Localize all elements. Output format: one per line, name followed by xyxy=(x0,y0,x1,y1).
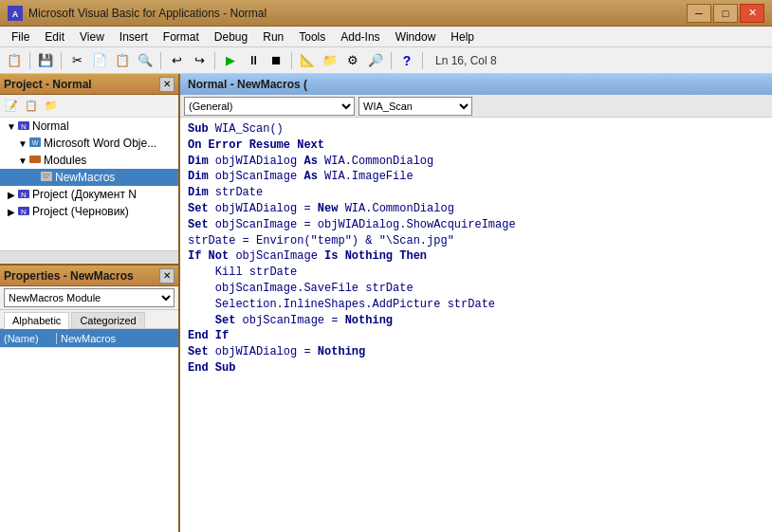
icon-proj-draft: N xyxy=(17,204,30,219)
tb-design[interactable]: 📐 xyxy=(297,50,318,71)
tree-item-newmacros[interactable]: NewMacros xyxy=(0,169,178,186)
svg-text:N: N xyxy=(21,208,27,216)
properties-title: Properties - NewMacros xyxy=(4,269,134,283)
tab-categorized[interactable]: Categorized xyxy=(71,312,144,328)
tb-properties[interactable]: ⚙ xyxy=(342,50,363,71)
project-title: Project - Normal xyxy=(4,78,92,91)
menu-edit[interactable]: Edit xyxy=(37,27,72,46)
code-line-11: Selection.InlineShapes.AddPicture strDat… xyxy=(188,297,764,313)
tb-paste[interactable]: 📋 xyxy=(112,50,133,71)
code-line-8: If Not objScanImage Is Nothing Then xyxy=(188,248,764,265)
code-line-15: End Sub xyxy=(188,360,764,376)
code-line-5: Set objWIADialog = New WIA.CommonDialog xyxy=(188,201,764,217)
code-header-title: Normal - NewMacros ( xyxy=(188,78,307,91)
menu-window[interactable]: Window xyxy=(388,27,444,46)
expand-newmacros xyxy=(28,173,40,183)
expand-proj-draft[interactable]: ▶ xyxy=(6,207,17,217)
project-scrollbar[interactable] xyxy=(0,250,178,264)
properties-object-select[interactable]: NewMacros Module xyxy=(4,288,175,307)
tb-project[interactable]: 📁 xyxy=(320,50,340,71)
menu-insert[interactable]: Insert xyxy=(112,27,156,46)
tree-item-normal[interactable]: ▼ N Normal xyxy=(0,118,178,135)
menu-tools[interactable]: Tools xyxy=(291,27,333,46)
tb-undo[interactable]: ↩ xyxy=(166,50,187,71)
tb-run[interactable]: ▶ xyxy=(220,50,241,71)
code-editor[interactable]: Sub WIA_Scan() On Error Resume Next Dim … xyxy=(180,118,772,532)
svg-text:W: W xyxy=(32,139,39,146)
sep2 xyxy=(61,52,62,69)
tb-find[interactable]: 🔍 xyxy=(135,50,156,71)
project-header: Project - Normal ✕ xyxy=(0,74,178,95)
label-proj-doc: Project (Документ N xyxy=(32,188,137,201)
tb-reset[interactable]: ⏹ xyxy=(266,50,286,71)
menu-help[interactable]: Help xyxy=(443,27,482,46)
menu-run[interactable]: Run xyxy=(255,27,291,46)
icon-proj-doc: N xyxy=(17,187,30,202)
main-area: Project - Normal ✕ 📝 📋 📁 ▼ N Normal xyxy=(0,74,772,532)
code-line-9: Kill strDate xyxy=(188,265,764,281)
expand-msword[interactable]: ▼ xyxy=(17,138,28,149)
properties-close[interactable]: ✕ xyxy=(159,268,175,284)
tb-help[interactable]: ? xyxy=(396,50,417,71)
close-button[interactable]: ✕ xyxy=(740,4,764,23)
code-general-select[interactable]: (General) xyxy=(184,97,355,116)
tb-break[interactable]: ⏸ xyxy=(243,50,264,71)
tb-view-object[interactable]: 📋 xyxy=(4,50,25,71)
code-line-4: Dim strDate xyxy=(188,185,764,201)
project-toolbar: 📝 📋 📁 xyxy=(0,95,178,118)
menu-view[interactable]: View xyxy=(72,27,112,46)
ptb-view-code[interactable]: 📝 xyxy=(2,98,21,115)
code-line-13: End If xyxy=(188,328,764,344)
code-line-1: On Error Resume Next xyxy=(188,138,764,154)
sep5 xyxy=(291,52,292,69)
tb-redo[interactable]: ↪ xyxy=(189,50,210,71)
project-close[interactable]: ✕ xyxy=(159,77,175,92)
code-toolbar: (General) WIA_Scan xyxy=(180,95,772,118)
expand-normal[interactable]: ▼ xyxy=(6,121,17,132)
app-icon: A xyxy=(8,6,23,21)
tree-item-msword[interactable]: ▼ W Microsoft Word Obje... xyxy=(0,135,178,152)
sep3 xyxy=(160,52,161,69)
title-bar: A Microsoft Visual Basic for Application… xyxy=(0,0,772,27)
window-title: Microsoft Visual Basic for Applications … xyxy=(28,7,267,20)
menu-addins[interactable]: Add-Ins xyxy=(333,27,387,46)
props-col-name-value: NewMacros xyxy=(57,333,119,344)
props-row-name[interactable]: (Name) NewMacros xyxy=(0,329,178,348)
label-newmacros: NewMacros xyxy=(55,171,115,184)
maximize-button[interactable]: □ xyxy=(713,4,738,23)
tb-objectbrowser[interactable]: 🔎 xyxy=(365,50,386,71)
expand-proj-doc[interactable]: ▶ xyxy=(6,190,17,200)
tab-alphabetic[interactable]: Alphabetic xyxy=(4,312,69,329)
menu-format[interactable]: Format xyxy=(156,27,207,46)
tb-cut[interactable]: ✂ xyxy=(66,50,87,71)
properties-header: Properties - NewMacros ✕ xyxy=(0,266,178,286)
tb-save[interactable]: 💾 xyxy=(35,50,56,71)
tb-copy[interactable]: 📄 xyxy=(89,50,110,71)
tree-item-proj-draft[interactable]: ▶ N Project (Черновик) xyxy=(0,203,178,220)
code-line-0: Sub WIA_Scan() xyxy=(188,121,764,138)
code-line-7: strDate = Environ("temp") & "\Scan.jpg" xyxy=(188,233,764,249)
code-proc-select[interactable]: WIA_Scan xyxy=(358,97,472,116)
code-line-14: Set objWIADialog = Nothing xyxy=(188,344,764,360)
minimize-button[interactable]: ─ xyxy=(687,4,711,23)
code-line-10: objScanImage.SaveFile strDate xyxy=(188,281,764,297)
toolbar: 📋 💾 ✂ 📄 📋 🔍 ↩ ↪ ▶ ⏸ ⏹ 📐 📁 ⚙ 🔎 ? Ln 16, C… xyxy=(0,47,772,74)
svg-text:A: A xyxy=(12,9,19,19)
label-msword: Microsoft Word Obje... xyxy=(44,137,156,150)
menu-file[interactable]: File xyxy=(4,27,37,46)
tree-item-modules[interactable]: ▼ Modules xyxy=(0,152,178,169)
label-proj-draft: Project (Черновик) xyxy=(32,205,129,218)
ptb-view-object[interactable]: 📋 xyxy=(22,98,41,115)
window-controls: ─ □ ✕ xyxy=(687,4,764,23)
menu-debug[interactable]: Debug xyxy=(207,27,255,46)
expand-modules[interactable]: ▼ xyxy=(17,156,28,166)
title-bar-left: A Microsoft Visual Basic for Application… xyxy=(8,6,267,21)
code-panel: Normal - NewMacros ( (General) WIA_Scan … xyxy=(180,74,772,532)
ptb-toggle-folders[interactable]: 📁 xyxy=(42,98,61,115)
menu-bar: File Edit View Insert Format Debug Run T… xyxy=(0,27,772,47)
tree-item-proj-doc[interactable]: ▶ N Project (Документ N xyxy=(0,186,178,203)
sep1 xyxy=(29,52,30,69)
icon-modules xyxy=(28,153,42,168)
code-line-3: Dim objScanImage As WIA.ImageFile xyxy=(188,169,764,185)
sep4 xyxy=(214,52,215,69)
